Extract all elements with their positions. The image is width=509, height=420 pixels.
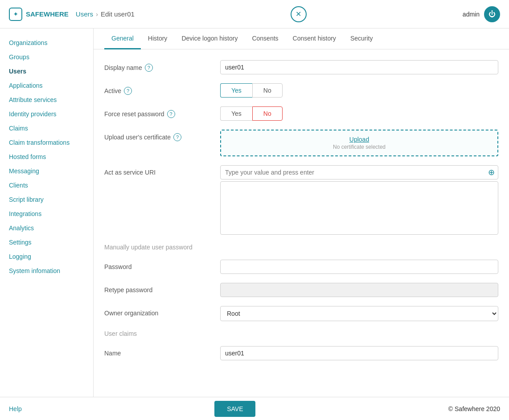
sidebar-item-attribute-services[interactable]: Attribute services xyxy=(0,93,93,107)
name-row: Name xyxy=(104,346,498,360)
tabs-bar: General History Device logon history Con… xyxy=(94,29,509,49)
retype-password-control xyxy=(220,283,498,297)
force-reset-no-button[interactable]: No xyxy=(252,106,283,121)
manually-update-heading: Manually update user password xyxy=(104,244,498,251)
upload-cert-control: Upload No certificate selected xyxy=(220,130,498,156)
active-toggle-group: Yes No xyxy=(220,83,498,98)
close-button[interactable]: ✕ xyxy=(291,6,307,22)
tab-general[interactable]: General xyxy=(104,29,141,49)
tab-history[interactable]: History xyxy=(141,29,175,49)
sidebar-item-applications[interactable]: Applications xyxy=(0,78,93,93)
force-reset-help-icon[interactable]: ? xyxy=(167,110,175,118)
active-label: Active ? xyxy=(104,83,220,95)
upload-cert-help-icon[interactable]: ? xyxy=(173,133,181,141)
logo: ✦ SAFEWHERE xyxy=(9,8,69,21)
display-name-label: Display name ? xyxy=(104,60,220,72)
upload-cert-row: Upload user's certificate ? Upload No ce… xyxy=(104,130,498,156)
act-service-uri-control: ⊕ xyxy=(220,165,498,235)
active-help-icon[interactable]: ? xyxy=(124,87,132,95)
help-label[interactable]: Help xyxy=(9,405,22,412)
sidebar-item-analytics[interactable]: Analytics xyxy=(0,221,93,235)
sidebar-item-hosted-forms[interactable]: Hosted forms xyxy=(0,150,93,164)
uri-input-wrap: ⊕ xyxy=(220,165,498,179)
display-name-help-icon[interactable]: ? xyxy=(145,64,153,72)
display-name-control xyxy=(220,60,498,74)
active-row: Active ? Yes No xyxy=(104,83,498,98)
main-content: General History Device logon history Con… xyxy=(94,29,509,397)
sidebar-item-system-information[interactable]: System infomation xyxy=(0,264,93,278)
retype-password-row: Retype password xyxy=(104,283,498,297)
retype-password-input[interactable] xyxy=(220,283,498,297)
user-claims-heading: User claims xyxy=(104,330,498,337)
sidebar: Organizations Groups Users Applications … xyxy=(0,29,94,397)
owner-org-row: Owner organization Root xyxy=(104,306,498,321)
sidebar-item-script-library[interactable]: Script library xyxy=(0,192,93,207)
copyright: © Safewhere 2020 xyxy=(448,405,500,412)
sidebar-item-identity-providers[interactable]: Identity providers xyxy=(0,107,93,121)
password-label: Password xyxy=(104,260,220,270)
user-avatar-icon[interactable]: ⏻ xyxy=(484,6,500,22)
header-left: ✦ SAFEWHERE Users › Edit user01 xyxy=(9,8,135,21)
tab-consents[interactable]: Consents xyxy=(245,29,285,49)
tab-device-logon-history[interactable]: Device logon history xyxy=(174,29,245,49)
sidebar-item-claim-transformations[interactable]: Claim transformations xyxy=(0,135,93,150)
force-reset-row: Force reset password ? Yes No xyxy=(104,106,498,121)
password-control xyxy=(220,260,498,274)
brand-name: SAFEWHERE xyxy=(26,10,69,18)
save-button[interactable]: SAVE xyxy=(214,401,255,417)
logo-icon: ✦ xyxy=(9,8,22,21)
force-reset-control: Yes No xyxy=(220,106,498,121)
header-right: admin ⏻ xyxy=(463,6,500,22)
name-label: Name xyxy=(104,346,220,357)
password-row: Password xyxy=(104,260,498,274)
admin-label: admin xyxy=(463,11,480,18)
breadcrumb-parent[interactable]: Users xyxy=(76,10,93,18)
owner-org-select[interactable]: Root xyxy=(220,306,498,321)
act-service-uri-input[interactable] xyxy=(220,165,498,179)
sidebar-item-groups[interactable]: Groups xyxy=(0,50,93,64)
breadcrumb-current: Edit user01 xyxy=(101,10,135,18)
form-area: Display name ? Active ? Yes No xyxy=(94,49,509,397)
layout: Organizations Groups Users Applications … xyxy=(0,29,509,397)
tab-security[interactable]: Security xyxy=(343,29,380,49)
active-yes-button[interactable]: Yes xyxy=(220,83,252,98)
act-service-uri-row: Act as service URI ⊕ xyxy=(104,165,498,235)
upload-hint: No certificate selected xyxy=(226,144,492,150)
close-icon: ✕ xyxy=(296,10,301,18)
sidebar-item-integrations[interactable]: Integrations xyxy=(0,207,93,221)
breadcrumb: Users › Edit user01 xyxy=(76,10,135,18)
force-reset-yes-button[interactable]: Yes xyxy=(220,106,252,121)
sidebar-item-clients[interactable]: Clients xyxy=(0,178,93,192)
add-uri-button[interactable]: ⊕ xyxy=(488,167,495,177)
display-name-input[interactable] xyxy=(220,60,498,74)
header: ✦ SAFEWHERE Users › Edit user01 ✕ admin … xyxy=(0,0,509,29)
upload-link[interactable]: Upload xyxy=(349,136,369,143)
tab-consent-history[interactable]: Consent history xyxy=(286,29,343,49)
act-service-uri-label: Act as service URI xyxy=(104,165,220,176)
name-control xyxy=(220,346,498,360)
upload-area[interactable]: Upload No certificate selected xyxy=(220,130,498,156)
force-reset-label: Force reset password ? xyxy=(104,106,220,118)
active-no-button[interactable]: No xyxy=(252,83,283,98)
sidebar-item-logging[interactable]: Logging xyxy=(0,249,93,264)
sidebar-item-messaging[interactable]: Messaging xyxy=(0,164,93,178)
sidebar-item-organizations[interactable]: Organizations xyxy=(0,36,93,50)
force-reset-toggle-group: Yes No xyxy=(220,106,498,121)
display-name-row: Display name ? xyxy=(104,60,498,74)
sidebar-item-claims[interactable]: Claims xyxy=(0,121,93,135)
name-input[interactable] xyxy=(220,346,498,360)
upload-cert-label: Upload user's certificate ? xyxy=(104,130,220,141)
uri-list-box xyxy=(220,181,498,235)
active-control: Yes No xyxy=(220,83,498,98)
footer: Help SAVE © Safewhere 2020 xyxy=(0,397,509,420)
sidebar-item-users[interactable]: Users xyxy=(0,64,93,78)
owner-org-control: Root xyxy=(220,306,498,321)
sidebar-item-settings[interactable]: Settings xyxy=(0,235,93,249)
password-input[interactable] xyxy=(220,260,498,274)
breadcrumb-separator: › xyxy=(96,10,98,18)
retype-password-label: Retype password xyxy=(104,283,220,294)
owner-org-label: Owner organization xyxy=(104,306,220,317)
